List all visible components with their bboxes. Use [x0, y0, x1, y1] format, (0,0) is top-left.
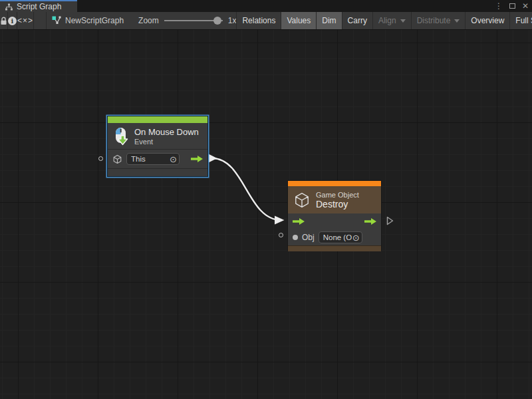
object-picker-icon[interactable]: ⊙ [352, 233, 360, 242]
object-picker-icon[interactable]: ⊙ [170, 155, 177, 164]
align-dropdown[interactable]: Align [372, 12, 411, 29]
carry-button[interactable]: Carry [342, 12, 372, 29]
chevron-down-icon [400, 19, 406, 23]
node-title: Destroy [316, 199, 359, 209]
titlebar: Script Graph ⋮ ✕ [0, 0, 532, 12]
script-graph-window: Script Graph ⋮ ✕ <×> NewScriptG [0, 0, 532, 399]
node-footer [288, 245, 381, 251]
graph-asset-icon [52, 16, 61, 25]
distribute-dropdown[interactable]: Distribute [411, 12, 466, 29]
game-object-icon [112, 154, 122, 164]
maximize-icon[interactable] [509, 3, 515, 9]
node-titles: On Mouse Down Event [134, 127, 199, 146]
obj-field[interactable]: None (O ⊙ [319, 231, 362, 243]
hierarchy-icon [5, 3, 13, 11]
mouse-down-icon [113, 127, 129, 146]
target-field[interactable]: This ⊙ [126, 153, 180, 165]
zoom-control: Zoom 1x [138, 12, 236, 29]
toolbar: <×> NewScriptGraph Zoom 1x Relations Val… [0, 12, 532, 30]
target-input-port[interactable] [98, 156, 103, 161]
dim-button[interactable]: Dim [316, 12, 341, 29]
node-footer [108, 168, 207, 176]
node-destroy[interactable]: Game Object Destroy Obj None (O ⊙ [287, 180, 382, 251]
unconnected-output-icon[interactable] [386, 216, 394, 225]
trigger-input-arrow-icon[interactable] [293, 218, 305, 225]
relations-button[interactable]: Relations [236, 12, 281, 29]
trigger-port-row [288, 213, 381, 229]
info-icon [8, 17, 17, 25]
target-value: This [131, 155, 146, 163]
graph-name: NewScriptGraph [65, 16, 124, 25]
obj-port-row: Obj None (O ⊙ [288, 229, 381, 245]
zoom-slider-handle[interactable] [213, 17, 221, 25]
node-on-mouse-down[interactable]: On Mouse Down Event This ⊙ [107, 116, 208, 177]
lock-icon [0, 17, 7, 25]
tab-script-graph[interactable]: Script Graph [0, 0, 77, 12]
node-titles: Game Object Destroy [316, 191, 359, 209]
zoom-slider[interactable] [164, 16, 223, 25]
zoom-value: 1x [228, 16, 237, 25]
destroy-accent-bar [288, 181, 381, 186]
target-port-row: This ⊙ [108, 150, 207, 168]
fullscreen-button[interactable]: Full Screen [509, 12, 532, 29]
node-subtitle: Event [134, 138, 199, 146]
node-header: Game Object Destroy [288, 186, 381, 213]
graph-canvas[interactable]: On Mouse Down Event This ⊙ [0, 30, 532, 399]
tab-title: Script Graph [17, 2, 61, 11]
wire-start-arrow [209, 154, 217, 163]
close-icon[interactable]: ✕ [522, 2, 529, 10]
obj-port-dot[interactable] [293, 235, 298, 240]
game-object-icon [293, 192, 311, 209]
wire-end-arrow [275, 216, 285, 225]
toolbar-toggles: Relations Values Dim Carry Align Distrib… [236, 12, 532, 29]
node-category: Game Object [316, 191, 359, 199]
obj-value: None (O [323, 233, 352, 241]
window-controls: ⋮ ✕ [495, 0, 529, 12]
node-header: On Mouse Down Event [108, 123, 207, 149]
connection-wire [0, 30, 532, 399]
zoom-label: Zoom [138, 16, 159, 25]
values-button[interactable]: Values [281, 12, 316, 29]
obj-input-port[interactable] [279, 233, 283, 237]
overview-button[interactable]: Overview [465, 12, 509, 29]
obj-label: Obj [302, 233, 315, 242]
window-menu-icon[interactable]: ⋮ [495, 2, 503, 10]
event-accent-bar [108, 116, 207, 123]
trigger-output-arrow-icon[interactable] [191, 156, 203, 162]
lock-button[interactable] [0, 12, 8, 29]
info-button[interactable] [8, 12, 17, 29]
edit-source-button[interactable]: <×> [17, 12, 34, 29]
chevron-down-icon [454, 19, 460, 23]
trigger-output-arrow-icon[interactable] [364, 218, 376, 225]
node-title: On Mouse Down [134, 127, 199, 137]
graph-asset-reference[interactable]: NewScriptGraph [46, 12, 129, 29]
